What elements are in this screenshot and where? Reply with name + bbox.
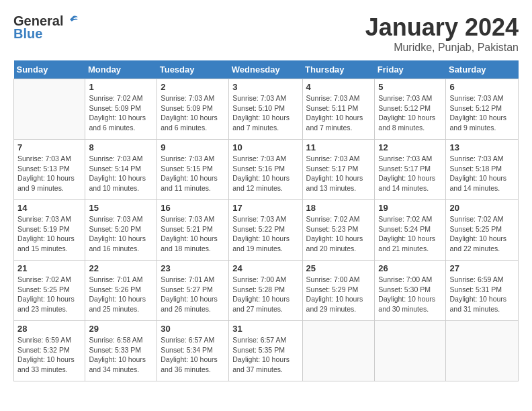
calendar-cell: 17Sunrise: 7:03 AMSunset: 5:22 PMDayligh… [229, 200, 302, 261]
day-number: 5 [378, 82, 442, 92]
calendar-cell: 11Sunrise: 7:03 AMSunset: 5:17 PMDayligh… [302, 140, 375, 200]
day-number: 9 [161, 142, 225, 152]
day-number: 7 [17, 142, 81, 152]
day-info: Sunrise: 7:03 AMSunset: 5:14 PMDaylight:… [89, 154, 153, 193]
day-info: Sunrise: 7:00 AMSunset: 5:29 PMDaylight:… [306, 275, 371, 314]
day-info: Sunrise: 7:03 AMSunset: 5:17 PMDaylight:… [378, 154, 442, 193]
calendar-cell [14, 79, 85, 140]
logo-blue-text: Blue [13, 26, 42, 42]
day-info: Sunrise: 7:02 AMSunset: 5:25 PMDaylight:… [17, 275, 81, 314]
day-number: 12 [378, 142, 442, 152]
calendar-cell: 20Sunrise: 7:02 AMSunset: 5:25 PMDayligh… [446, 200, 519, 261]
day-info: Sunrise: 7:03 AMSunset: 5:12 PMDaylight:… [378, 93, 442, 133]
calendar-cell: 24Sunrise: 7:00 AMSunset: 5:28 PMDayligh… [229, 261, 302, 321]
calendar-cell: 29Sunrise: 6:58 AMSunset: 5:33 PMDayligh… [85, 321, 157, 381]
day-number: 11 [306, 142, 371, 152]
day-number: 2 [161, 82, 225, 92]
calendar-cell: 18Sunrise: 7:02 AMSunset: 5:23 PMDayligh… [302, 200, 375, 261]
day-number: 27 [449, 263, 515, 273]
day-number: 24 [232, 263, 298, 273]
day-info: Sunrise: 7:03 AMSunset: 5:11 PMDaylight:… [306, 93, 371, 133]
day-number: 1 [89, 82, 153, 92]
col-sunday: Sunday [14, 60, 85, 79]
month-year-title: January 2024 [365, 13, 519, 42]
calendar-week-row: 1Sunrise: 7:02 AMSunset: 5:09 PMDaylight… [14, 79, 519, 140]
day-info: Sunrise: 6:57 AMSunset: 5:35 PMDaylight:… [232, 335, 298, 375]
day-info: Sunrise: 7:03 AMSunset: 5:10 PMDaylight:… [232, 93, 298, 133]
col-tuesday: Tuesday [157, 60, 229, 79]
day-info: Sunrise: 7:03 AMSunset: 5:17 PMDaylight:… [306, 154, 371, 193]
calendar-cell: 10Sunrise: 7:03 AMSunset: 5:16 PMDayligh… [229, 140, 302, 200]
day-info: Sunrise: 6:58 AMSunset: 5:33 PMDaylight:… [89, 335, 153, 375]
calendar-cell: 22Sunrise: 7:01 AMSunset: 5:26 PMDayligh… [85, 261, 157, 321]
calendar-cell: 30Sunrise: 6:57 AMSunset: 5:34 PMDayligh… [157, 321, 229, 381]
day-number: 23 [161, 263, 225, 273]
calendar-cell: 28Sunrise: 6:59 AMSunset: 5:32 PMDayligh… [14, 321, 85, 381]
header: General Blue January 2024 Muridke, Punja… [13, 13, 519, 54]
day-info: Sunrise: 7:01 AMSunset: 5:27 PMDaylight:… [161, 275, 225, 314]
calendar-cell: 26Sunrise: 7:00 AMSunset: 5:30 PMDayligh… [375, 261, 446, 321]
day-info: Sunrise: 6:57 AMSunset: 5:34 PMDaylight:… [161, 335, 225, 375]
calendar-cell: 31Sunrise: 6:57 AMSunset: 5:35 PMDayligh… [229, 321, 302, 381]
calendar-header-row: Sunday Monday Tuesday Wednesday Thursday… [14, 60, 519, 79]
day-number: 31 [232, 324, 298, 334]
calendar-cell [302, 321, 375, 381]
calendar-cell: 21Sunrise: 7:02 AMSunset: 5:25 PMDayligh… [14, 261, 85, 321]
day-info: Sunrise: 7:01 AMSunset: 5:26 PMDaylight:… [89, 275, 153, 314]
calendar-cell: 3Sunrise: 7:03 AMSunset: 5:10 PMDaylight… [229, 79, 302, 140]
day-number: 19 [378, 203, 442, 213]
calendar-cell: 5Sunrise: 7:03 AMSunset: 5:12 PMDaylight… [375, 79, 446, 140]
col-monday: Monday [85, 60, 157, 79]
day-number: 30 [161, 324, 225, 334]
calendar-cell: 9Sunrise: 7:03 AMSunset: 5:15 PMDaylight… [157, 140, 229, 200]
day-info: Sunrise: 7:03 AMSunset: 5:18 PMDaylight:… [449, 154, 515, 193]
day-info: Sunrise: 7:03 AMSunset: 5:09 PMDaylight:… [161, 93, 225, 133]
day-info: Sunrise: 7:03 AMSunset: 5:16 PMDaylight:… [232, 154, 298, 193]
day-info: Sunrise: 7:03 AMSunset: 5:21 PMDaylight:… [161, 214, 225, 254]
calendar-cell: 25Sunrise: 7:00 AMSunset: 5:29 PMDayligh… [302, 261, 375, 321]
day-info: Sunrise: 7:03 AMSunset: 5:22 PMDaylight:… [232, 214, 298, 254]
day-info: Sunrise: 7:00 AMSunset: 5:28 PMDaylight:… [232, 275, 298, 314]
calendar-week-row: 28Sunrise: 6:59 AMSunset: 5:32 PMDayligh… [14, 321, 519, 381]
calendar-week-row: 7Sunrise: 7:03 AMSunset: 5:13 PMDaylight… [14, 140, 519, 200]
calendar-cell [446, 321, 519, 381]
day-info: Sunrise: 7:03 AMSunset: 5:12 PMDaylight:… [449, 93, 515, 133]
day-info: Sunrise: 7:02 AMSunset: 5:23 PMDaylight:… [306, 214, 371, 254]
calendar-week-row: 21Sunrise: 7:02 AMSunset: 5:25 PMDayligh… [14, 261, 519, 321]
day-info: Sunrise: 6:59 AMSunset: 5:31 PMDaylight:… [449, 275, 515, 314]
day-number: 13 [449, 142, 515, 152]
calendar-cell: 4Sunrise: 7:03 AMSunset: 5:11 PMDaylight… [302, 79, 375, 140]
calendar-cell: 27Sunrise: 6:59 AMSunset: 5:31 PMDayligh… [446, 261, 519, 321]
title-section: January 2024 Muridke, Punjab, Pakistan [365, 13, 519, 54]
location-subtitle: Muridke, Punjab, Pakistan [365, 42, 519, 54]
col-thursday: Thursday [302, 60, 375, 79]
calendar-cell: 15Sunrise: 7:03 AMSunset: 5:20 PMDayligh… [85, 200, 157, 261]
day-number: 8 [89, 142, 153, 152]
day-number: 3 [232, 82, 298, 92]
day-number: 20 [449, 203, 515, 213]
day-number: 25 [306, 263, 371, 273]
day-info: Sunrise: 7:03 AMSunset: 5:19 PMDaylight:… [17, 214, 81, 254]
day-info: Sunrise: 7:02 AMSunset: 5:25 PMDaylight:… [449, 214, 515, 254]
calendar-cell: 13Sunrise: 7:03 AMSunset: 5:18 PMDayligh… [446, 140, 519, 200]
calendar-cell: 16Sunrise: 7:03 AMSunset: 5:21 PMDayligh… [157, 200, 229, 261]
day-number: 29 [89, 324, 153, 334]
calendar-cell: 2Sunrise: 7:03 AMSunset: 5:09 PMDaylight… [157, 79, 229, 140]
day-number: 10 [232, 142, 298, 152]
calendar-cell: 7Sunrise: 7:03 AMSunset: 5:13 PMDaylight… [14, 140, 85, 200]
calendar-cell [375, 321, 446, 381]
day-number: 28 [17, 324, 81, 334]
day-info: Sunrise: 7:03 AMSunset: 5:13 PMDaylight:… [17, 154, 81, 193]
calendar-cell: 8Sunrise: 7:03 AMSunset: 5:14 PMDaylight… [85, 140, 157, 200]
col-friday: Friday [375, 60, 446, 79]
day-number: 22 [89, 263, 153, 273]
day-number: 17 [232, 203, 298, 213]
day-info: Sunrise: 7:02 AMSunset: 5:09 PMDaylight:… [89, 93, 153, 133]
day-info: Sunrise: 7:03 AMSunset: 5:20 PMDaylight:… [89, 214, 153, 254]
calendar-cell: 6Sunrise: 7:03 AMSunset: 5:12 PMDaylight… [446, 79, 519, 140]
calendar-week-row: 14Sunrise: 7:03 AMSunset: 5:19 PMDayligh… [14, 200, 519, 261]
day-info: Sunrise: 7:00 AMSunset: 5:30 PMDaylight:… [378, 275, 442, 314]
calendar-cell: 1Sunrise: 7:02 AMSunset: 5:09 PMDaylight… [85, 79, 157, 140]
day-number: 4 [306, 82, 371, 92]
day-number: 21 [17, 263, 81, 273]
